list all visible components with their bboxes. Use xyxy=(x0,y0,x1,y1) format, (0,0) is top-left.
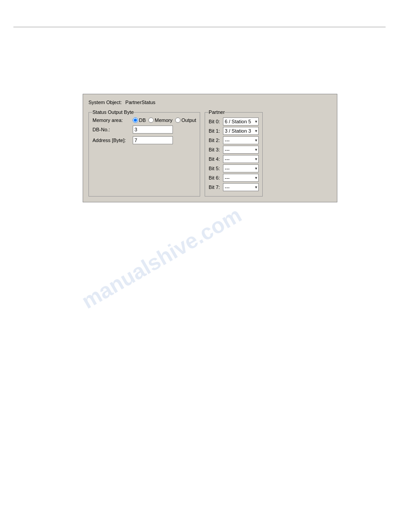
system-object-value: PartnerStatus xyxy=(126,100,155,105)
bit-select-wrapper-2: ---3 / Station 36 / Station 5 xyxy=(223,136,259,144)
bit-row-1: Bit 1:---3 / Station 36 / Station 5 xyxy=(209,127,259,135)
status-output-legend: Status Output Byte xyxy=(92,109,134,115)
radio-group: DB Memory Output xyxy=(133,117,196,123)
bit-select-wrapper-3: ---3 / Station 36 / Station 5 xyxy=(223,146,259,154)
partner-legend: Partner xyxy=(209,109,225,115)
address-label: Address [Byte]: xyxy=(92,138,133,143)
bit-label-4: Bit 4: xyxy=(209,156,223,162)
bit-select-wrapper-6: ---3 / Station 36 / Station 5 xyxy=(223,174,259,182)
address-row: Address [Byte]: xyxy=(92,136,196,144)
radio-output-input[interactable] xyxy=(175,117,181,123)
bit-select-0[interactable]: ---3 / Station 36 / Station 5 xyxy=(223,117,259,126)
bit-row-5: Bit 5:---3 / Station 36 / Station 5 xyxy=(209,164,259,172)
bit-row-3: Bit 3:---3 / Station 36 / Station 5 xyxy=(209,146,259,154)
bit-select-1[interactable]: ---3 / Station 36 / Station 5 xyxy=(223,127,259,135)
bit-select-6[interactable]: ---3 / Station 36 / Station 5 xyxy=(223,174,259,182)
bit-label-0: Bit 0: xyxy=(209,119,223,124)
db-no-row: DB-No.: xyxy=(92,126,196,134)
bit-select-wrapper-5: ---3 / Station 36 / Station 5 xyxy=(223,164,259,172)
radio-memory-label: Memory xyxy=(155,117,172,123)
bit-select-wrapper-1: ---3 / Station 36 / Station 5 xyxy=(223,127,259,135)
partner-group: Partner Bit 0:---3 / Station 36 / Statio… xyxy=(205,109,263,197)
bits-container: Bit 0:---3 / Station 36 / Station 5Bit 1… xyxy=(209,117,259,191)
panels-row: Status Output Byte Memory area: DB Memor… xyxy=(88,109,332,197)
radio-db-input[interactable] xyxy=(133,117,138,123)
db-no-label: DB-No.: xyxy=(92,127,133,132)
address-input[interactable] xyxy=(133,136,173,144)
db-no-input[interactable] xyxy=(133,126,173,134)
status-output-group: Status Output Byte Memory area: DB Memor… xyxy=(88,109,200,197)
bit-select-2[interactable]: ---3 / Station 36 / Station 5 xyxy=(223,136,259,144)
bit-select-7[interactable]: ---3 / Station 36 / Station 5 xyxy=(223,183,259,191)
bit-label-7: Bit 7: xyxy=(209,184,223,190)
bit-label-3: Bit 3: xyxy=(209,147,223,152)
bit-select-4[interactable]: ---3 / Station 36 / Station 5 xyxy=(223,155,259,163)
bit-select-wrapper-4: ---3 / Station 36 / Station 5 xyxy=(223,155,259,163)
radio-output-label: Output xyxy=(181,117,196,123)
radio-memory[interactable]: Memory xyxy=(148,117,172,123)
bit-label-5: Bit 5: xyxy=(209,166,223,171)
bit-select-wrapper-7: ---3 / Station 36 / Station 5 xyxy=(223,183,259,191)
radio-db[interactable]: DB xyxy=(133,117,146,123)
radio-memory-input[interactable] xyxy=(148,117,154,123)
system-object-label: System Object: xyxy=(88,100,122,105)
bit-row-7: Bit 7:---3 / Station 36 / Station 5 xyxy=(209,183,259,191)
memory-area-label: Memory area: xyxy=(92,117,133,123)
bit-select-wrapper-0: ---3 / Station 36 / Station 5 xyxy=(223,117,259,126)
bit-row-0: Bit 0:---3 / Station 36 / Station 5 xyxy=(209,117,259,126)
bit-label-6: Bit 6: xyxy=(209,175,223,180)
bit-select-3[interactable]: ---3 / Station 36 / Station 5 xyxy=(223,146,259,154)
bit-select-5[interactable]: ---3 / Station 36 / Station 5 xyxy=(223,164,259,172)
watermark: manualshive.com xyxy=(77,202,245,314)
main-dialog: System Object: PartnerStatus Status Outp… xyxy=(83,94,337,202)
memory-area-row: Memory area: DB Memory Output xyxy=(92,117,196,123)
bit-row-4: Bit 4:---3 / Station 36 / Station 5 xyxy=(209,155,259,163)
bit-label-2: Bit 2: xyxy=(209,138,223,143)
bit-row-6: Bit 6:---3 / Station 36 / Station 5 xyxy=(209,174,259,182)
system-object-row: System Object: PartnerStatus xyxy=(88,100,332,105)
bit-row-2: Bit 2:---3 / Station 36 / Station 5 xyxy=(209,136,259,144)
radio-output[interactable]: Output xyxy=(175,117,196,123)
bit-label-1: Bit 1: xyxy=(209,128,223,134)
radio-db-label: DB xyxy=(139,117,146,123)
top-divider xyxy=(13,27,386,27)
